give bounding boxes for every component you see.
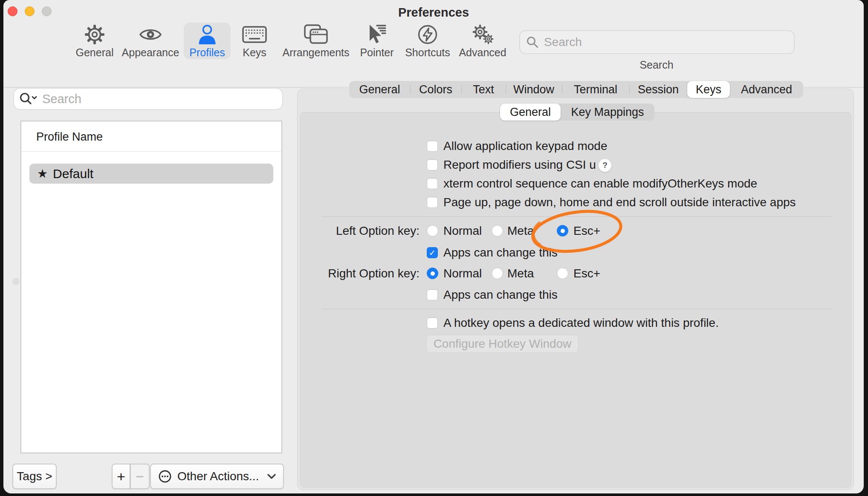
toolbar-search-caption: Search <box>614 59 699 71</box>
split-handle-dot <box>12 278 20 285</box>
radio-right-option-normal-label[interactable]: Normal <box>443 267 482 280</box>
toolbar-item-pointer[interactable]: Pointer <box>358 23 396 59</box>
checkbox-keypad-mode-label[interactable]: Allow application keypad mode <box>443 139 607 153</box>
window-title: Preferences <box>3 6 864 20</box>
checkbox-scroll-outside-apps[interactable] <box>427 197 438 208</box>
profile-search-field[interactable] <box>13 88 283 110</box>
radio-left-option-meta[interactable] <box>492 225 503 236</box>
chevron-down-icon <box>267 473 276 479</box>
star-icon: ★ <box>37 168 48 180</box>
eye-icon <box>139 23 162 46</box>
checkbox-right-apps-change-label[interactable]: Apps can change this <box>443 288 558 302</box>
radio-left-option-normal-label[interactable]: Normal <box>443 224 482 238</box>
search-menu-icon <box>19 92 38 106</box>
screen: Preferences <box>0 0 868 496</box>
toolbar-item-label: Advanced <box>459 46 506 58</box>
checkbox-csi-u-label[interactable]: Report modifiers using CSI u <box>443 158 596 172</box>
toolbar-item-label: Shortcuts <box>405 46 450 58</box>
toolbar-item-appearance[interactable]: Appearance <box>121 23 180 59</box>
checkbox-modify-other-keys-label[interactable]: xterm control sequence can enable modify… <box>443 177 757 190</box>
toolbar-item-label: Pointer <box>360 46 393 58</box>
gear-icon <box>84 23 105 46</box>
radio-right-option-meta[interactable] <box>492 268 503 279</box>
checkbox-hotkey-window-label[interactable]: A hotkey opens a dedicated window with t… <box>443 316 719 330</box>
remove-profile-button: − <box>130 464 150 489</box>
check-icon: ✓ <box>429 248 436 258</box>
checkbox-right-apps-change[interactable] <box>427 289 438 300</box>
gears-icon <box>472 23 494 46</box>
checkbox-keypad-mode[interactable] <box>427 141 438 152</box>
radio-right-option-meta-label[interactable]: Meta <box>507 267 534 280</box>
ellipsis-circle-icon <box>158 469 172 484</box>
search-icon <box>526 36 539 49</box>
profile-tab-bar: General Colors Text Window Terminal Sess… <box>349 81 803 98</box>
checkbox-csi-u[interactable] <box>427 159 438 170</box>
tab-general[interactable]: General <box>349 81 410 98</box>
cursor-icon <box>367 23 387 46</box>
tab-keys[interactable]: Keys <box>687 81 730 98</box>
other-actions-label: Other Actions... <box>177 470 259 483</box>
keyboard-icon <box>242 23 267 46</box>
profile-list-header: Profile Name <box>36 130 103 144</box>
add-profile-button[interactable]: + <box>112 464 130 489</box>
preferences-window: Preferences <box>3 0 864 493</box>
toolbar-item-shortcuts[interactable]: Shortcuts <box>403 23 452 59</box>
person-icon <box>197 23 217 46</box>
toolbar-item-label: Profiles <box>189 46 225 58</box>
right-option-caption: Right Option key: <box>294 267 420 280</box>
toolbar-item-arrangements[interactable]: Arrangements <box>284 23 348 59</box>
configure-hotkey-window-label: Configure Hotkey Window <box>434 337 572 351</box>
other-actions-dropdown[interactable]: Other Actions... <box>150 464 284 489</box>
toolbar-item-profiles[interactable]: Profiles <box>184 23 231 59</box>
subtab-general[interactable]: General <box>500 104 561 121</box>
tags-button-label: Tags > <box>17 470 52 483</box>
titlebar[interactable]: Preferences <box>3 0 864 20</box>
radio-right-option-normal[interactable] <box>427 268 438 279</box>
help-button[interactable]: ? <box>598 159 612 172</box>
tab-session[interactable]: Session <box>629 81 687 98</box>
profile-search-input[interactable] <box>41 92 277 107</box>
toolbar-item-label: Appearance <box>122 46 179 58</box>
toolbar-item-label: General <box>76 46 114 58</box>
toolbar-item-label: Keys <box>243 46 266 58</box>
lightning-circle-icon <box>417 23 438 46</box>
left-option-caption: Left Option key: <box>294 224 420 238</box>
list-header-divider <box>21 151 282 152</box>
tab-window[interactable]: Window <box>506 81 562 98</box>
toolbar-item-advanced[interactable]: Advanced <box>459 23 506 59</box>
section-divider <box>322 309 831 309</box>
toolbar-item-keys[interactable]: Keys <box>237 23 272 59</box>
tab-text[interactable]: Text <box>461 81 506 98</box>
checkbox-left-apps-change[interactable]: ✓ <box>427 247 438 258</box>
toolbar-search-input[interactable] <box>543 35 788 49</box>
profile-name: Default <box>53 167 93 181</box>
radio-right-option-esc-label[interactable]: Esc+ <box>573 267 600 280</box>
checkbox-hotkey-window[interactable] <box>427 317 438 329</box>
annotation-ellipse <box>523 204 631 259</box>
tab-colors[interactable]: Colors <box>410 81 461 98</box>
radio-right-option-esc[interactable] <box>557 268 568 279</box>
tags-button[interactable]: Tags > <box>12 464 57 489</box>
minus-icon: − <box>136 468 144 485</box>
toolbar-search-field[interactable] <box>519 30 795 54</box>
subtab-key-mappings[interactable]: Key Mappings <box>561 104 654 121</box>
profile-row-default[interactable]: ★ Default <box>29 164 273 184</box>
windows-icon <box>304 23 328 46</box>
tab-terminal[interactable]: Terminal <box>562 81 629 98</box>
radio-left-option-normal[interactable] <box>427 225 438 236</box>
toolbar-item-general[interactable]: General <box>75 23 114 59</box>
tab-advanced[interactable]: Advanced <box>730 81 803 98</box>
checkbox-modify-other-keys[interactable] <box>427 178 438 189</box>
plus-icon: + <box>117 468 125 485</box>
toolbar-item-label: Arrangements <box>282 46 349 58</box>
keys-subtab-bar: General Key Mappings <box>500 104 654 121</box>
configure-hotkey-window-button: Configure Hotkey Window <box>426 335 579 353</box>
